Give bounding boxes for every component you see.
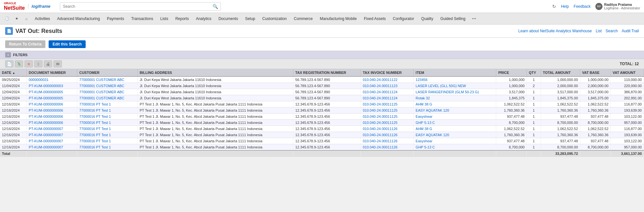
cell-item[interactable]: Easyshear (413, 138, 496, 144)
cell-doc_num[interactable]: PT-KUM-0000000006 (27, 101, 77, 107)
nav-reports[interactable]: Reports (172, 15, 192, 23)
cell-customer[interactable]: 77000001 CUSTOMER ABC (77, 76, 137, 83)
search-button[interactable]: 🔍 (210, 3, 221, 10)
total-empty (496, 150, 527, 157)
col-tax-inv[interactable]: TAX INVOICE NUMBER (361, 69, 413, 76)
edit-search-button[interactable]: Edit this Search (49, 40, 86, 48)
cell-customer[interactable]: 77000016 PT Test 1 (77, 126, 137, 132)
cell-customer[interactable]: 77000016 PT Test 1 (77, 107, 137, 114)
nav-configurator[interactable]: Configurator (390, 15, 417, 23)
nav-manufacturing-mobile[interactable]: Manufacturing Mobile (317, 15, 360, 23)
cell-item[interactable]: LASER RANGEFINDER (GLM 50-23 G) (413, 89, 496, 95)
return-to-criteria-button[interactable]: Return To Criteria (5, 40, 45, 48)
col-doc-num[interactable]: DOCUMENT NUMBER (27, 69, 77, 76)
nav-transactions[interactable]: Transactions (128, 15, 156, 23)
col-total-amount[interactable]: TOTAL AMOUNT (541, 69, 580, 76)
cell-tax_inv[interactable]: 010.040-24.00011124 (361, 89, 413, 95)
cell-tax_inv[interactable]: 010.040-24.00011124 (361, 95, 413, 101)
cell-tax_inv[interactable]: 010.040-24.00011125 (361, 120, 413, 126)
cell-tax_inv[interactable]: 010.040-24.00011122 (361, 76, 413, 83)
cell-customer[interactable]: 77000001 CUSTOMER ABC (77, 83, 137, 89)
cell-doc_num[interactable]: PT-KUM-0000000007 (27, 138, 77, 144)
cell-doc_num[interactable]: PT-KUM-0000000005 (27, 89, 77, 95)
cell-tax_inv[interactable]: 010.040-24.00011126 (361, 144, 413, 151)
cell-doc_num[interactable]: PT-KUM-0000000005 (27, 95, 77, 101)
nav-guided-selling[interactable]: Guided Selling (437, 15, 469, 23)
pdf-icon[interactable]: 𝔫 (24, 60, 33, 67)
cell-tax_inv[interactable]: 010.040-24.00011126 (361, 132, 413, 138)
user-menu[interactable]: RP Raditya Pratama Logiframe - Administr… (595, 3, 640, 10)
nav-recent-icon[interactable]: 🕑 (3, 14, 12, 23)
cell-item[interactable]: Easyshear (413, 114, 496, 120)
cell-doc_num[interactable]: PT-KUM-0000000006 (27, 114, 77, 120)
nav-quality[interactable]: Quality (418, 15, 436, 23)
nav-advanced-manufacturing[interactable]: Advanced Manufacturing (54, 15, 103, 23)
new-doc-icon[interactable]: 📄 (5, 60, 14, 67)
cell-item[interactable]: LASER LEVEL (GLL 50G) NEW (413, 83, 496, 89)
cell-item[interactable]: AHM 38 G (413, 101, 496, 107)
nav-fixed-assets[interactable]: Fixed Assets (361, 15, 389, 23)
cell-tax_inv[interactable]: 010.040-24.00011125 (361, 107, 413, 114)
cell-customer[interactable]: 77000016 PT Test 1 (77, 138, 137, 144)
cell-customer[interactable]: 77000001 CUSTOMER ABC (77, 95, 137, 101)
refresh-icon[interactable]: ↻ (552, 4, 556, 9)
nav-payments[interactable]: Payments (104, 15, 127, 23)
csv-icon[interactable]: 𝕈 (34, 60, 43, 67)
nav-more[interactable]: ··· (469, 16, 478, 22)
nav-lists[interactable]: Lists (157, 15, 172, 23)
audit-trail-link[interactable]: Audit Trail (622, 29, 639, 33)
print-icon[interactable]: 🖨 (44, 60, 52, 67)
cell-tax_inv[interactable]: 010.040-24.00011126 (361, 126, 413, 132)
search-input[interactable] (60, 3, 210, 10)
col-tax-reg[interactable]: TAX REGISTRATION NUMBER (293, 69, 361, 76)
cell-doc_num[interactable]: PT-KUM-0000000003 (27, 83, 77, 89)
col-item[interactable]: ITEM (413, 69, 496, 76)
cell-customer[interactable]: 77000016 PT Test 1 (77, 120, 137, 126)
cell-doc_num[interactable]: PT-KUM-0000000007 (27, 132, 77, 138)
search-link[interactable]: Search (606, 29, 618, 33)
feedback-link[interactable]: Feedback (574, 4, 591, 9)
email-icon[interactable]: ✉ (53, 60, 62, 67)
col-vat-base[interactable]: VAT BASE (580, 69, 611, 76)
help-link[interactable]: Help (561, 4, 569, 9)
cell-item[interactable]: Rotak 32 (413, 95, 496, 101)
col-qty[interactable]: QTY (527, 69, 541, 76)
list-link[interactable]: List (596, 29, 602, 33)
cell-doc_num[interactable]: PT-KUM-0000000006 (27, 120, 77, 126)
cell-item[interactable]: AHM 38 G (413, 126, 496, 132)
cell-item[interactable]: EASY AQUATAK 120 (413, 107, 496, 114)
excel-icon[interactable]: 𝕏 (15, 60, 23, 67)
col-billing[interactable]: BILLING ADDRESS (137, 69, 293, 76)
nav-analytics[interactable]: Analytics (193, 15, 214, 23)
col-vat-amount[interactable]: VAT AMOUNT (611, 69, 644, 76)
cell-customer[interactable]: 77000016 PT Test 1 (77, 114, 137, 120)
nav-customization[interactable]: Customization (259, 15, 290, 23)
cell-customer[interactable]: 77000016 PT Test 1 (77, 144, 137, 151)
cell-tax_inv[interactable]: 010.040-24.00011125 (361, 101, 413, 107)
cell-customer[interactable]: 77000001 CUSTOMER ABC (77, 89, 137, 95)
nav-commerce[interactable]: Commerce (291, 15, 316, 23)
cell-customer[interactable]: 77000016 PT Test 1 (77, 101, 137, 107)
nav-favorites-icon[interactable]: ★ (12, 14, 21, 23)
nav-documents[interactable]: Documents (215, 15, 241, 23)
cell-tax_inv[interactable]: 010.040-24.00011125 (361, 114, 413, 120)
filters-expand-button[interactable]: + (5, 52, 11, 57)
cell-doc_num[interactable]: PT-KUM-0000000006 (27, 107, 77, 114)
cell-item[interactable]: GHP 5-13 C (413, 144, 496, 151)
cell-item[interactable]: EASY AQUATAK 120 (413, 132, 496, 138)
nav-activities[interactable]: Activities (32, 15, 53, 23)
cell-item[interactable]: 123456 (413, 76, 496, 83)
nav-home-icon[interactable]: ⌂ (22, 14, 31, 23)
cell-doc_num[interactable]: PT-KUM-0000000007 (27, 126, 77, 132)
cell-doc_num[interactable]: 0000000031 (27, 76, 77, 83)
cell-customer[interactable]: 77000016 PT Test 1 (77, 132, 137, 138)
cell-doc_num[interactable]: PT-KUM-0000000007 (27, 144, 77, 151)
nav-setup[interactable]: Setup (242, 15, 258, 23)
cell-item[interactable]: GHP 5-13 C (413, 120, 496, 126)
col-price[interactable]: PRICE (496, 69, 527, 76)
cell-tax_inv[interactable]: 010.040-24.00011126 (361, 138, 413, 144)
col-date[interactable]: DATE ▲ (0, 69, 27, 76)
analytics-warehouse-link[interactable]: Learn about NetSuite Analytics Warehouse (518, 29, 592, 33)
col-customer[interactable]: CUSTOMER (77, 69, 137, 76)
cell-tax_inv[interactable]: 010.040-24.00011123 (361, 83, 413, 89)
